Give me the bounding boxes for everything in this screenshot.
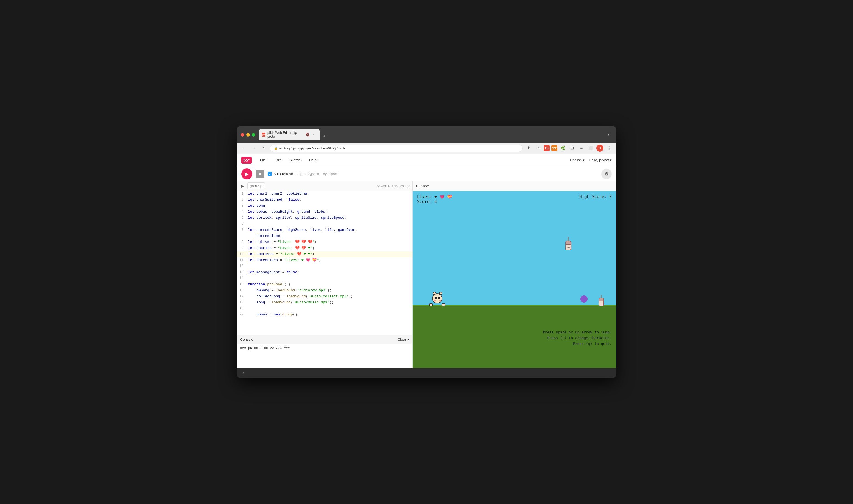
code-line: 8 let noLives = "Lives: 💔 💔 💔"; <box>237 239 413 246</box>
sketch-edit-icon[interactable]: ✏ <box>317 172 320 176</box>
ext-tp-button[interactable]: Tp <box>544 145 550 151</box>
code-line: 6 <box>237 221 413 227</box>
settings-button[interactable]: ⚙ <box>601 169 612 179</box>
saved-status: Saved: 43 minutes ago <box>377 184 410 188</box>
bookmark-icon[interactable]: ☆ <box>534 144 542 152</box>
menu-help-label: Help <box>309 158 316 162</box>
code-line: 18 song = loadSound('audio/music.mp3'); <box>237 300 413 306</box>
menu-help[interactable]: Help ▾ <box>306 157 322 163</box>
tab-title: p5.js Web Editor | fp proto <box>267 131 302 139</box>
tab-close-button[interactable]: × <box>312 132 316 137</box>
menu-help-chevron: ▾ <box>317 159 319 162</box>
share-icon[interactable]: ⬆ <box>525 144 532 152</box>
menu-sketch[interactable]: Sketch ▾ <box>287 157 305 163</box>
back-button[interactable]: ← <box>240 144 248 152</box>
file-tab-bar: ▶ game.js Saved: 43 minutes ago <box>237 181 413 191</box>
lock-icon: 🔒 <box>274 146 278 150</box>
instruction-3: Press (q) to quit. <box>543 341 612 347</box>
browser-titlebar: p5 p5.js Web Editor | fp proto 🔇 × + ▼ <box>237 126 616 143</box>
game-instructions: Press space or up arrow to jump. Press (… <box>543 329 612 346</box>
bottom-bar: > <box>237 368 616 378</box>
app-header: p5* File ▾ Edit ▾ Sketch ▾ Help ▾ <box>237 154 616 167</box>
clear-label: Clear <box>398 338 406 342</box>
char-arms <box>429 303 446 307</box>
score-display: Score: 4 <box>417 199 452 204</box>
code-line: 16 owSong = loadSound('audio/ow.mp3'); <box>237 288 413 294</box>
greeting-text: Hello, jclync! <box>589 158 609 162</box>
console-header: Console Clear ▾ <box>237 335 413 344</box>
arm-right <box>442 303 446 306</box>
console-chevron: ▾ <box>407 338 409 342</box>
ext-grid-icon[interactable]: ⊞ <box>568 144 576 152</box>
p5-logo: p5* <box>241 157 252 163</box>
code-line: 2 let charSwitched = false; <box>237 197 413 203</box>
language-selector[interactable]: English ▾ <box>570 158 584 162</box>
instruction-1: Press space or up arrow to jump. <box>543 329 612 335</box>
forward-button[interactable]: → <box>250 144 258 152</box>
menu-sketch-label: Sketch <box>289 158 301 162</box>
lives-text: Lives: ❤️ 💗 💝 <box>417 194 452 199</box>
menu-edit-chevron: ▾ <box>282 159 283 162</box>
sketch-name-text: fp prototype <box>296 172 315 176</box>
file-tree-toggle[interactable]: ▶ <box>239 183 246 190</box>
browser-more-button[interactable]: ⋮ <box>605 144 613 152</box>
user-avatar-button[interactable]: J <box>596 145 603 152</box>
autorefresh-toggle[interactable]: ✓ Auto-refresh <box>268 172 293 176</box>
console-title: Console <box>240 338 253 342</box>
floating-boba: ●●● <box>565 237 571 250</box>
lives-label: Lives: <box>417 194 434 199</box>
bottom-collapse-button[interactable]: > <box>242 371 244 375</box>
preview-title: Preview <box>416 184 429 188</box>
greeting-chevron: ▾ <box>610 158 612 162</box>
autorefresh-checkbox[interactable]: ✓ <box>268 172 272 176</box>
browser-toolbar: ← → ↻ 🔒 editor.p5js.org/jclync/sketches/… <box>237 143 616 154</box>
score-value: 4 <box>434 199 437 204</box>
ext-green-icon[interactable]: 🌿 <box>559 144 567 152</box>
user-greeting[interactable]: Hello, jclync! ▾ <box>589 158 612 162</box>
char-face <box>432 293 442 303</box>
high-score-value: 0 <box>609 194 612 199</box>
minimize-button[interactable] <box>246 133 250 137</box>
code-line: 13 let messageSent = false; <box>237 270 413 276</box>
game-character <box>431 293 443 306</box>
char-eye-right <box>438 296 440 299</box>
menu-edit[interactable]: Edit ▾ <box>272 157 286 163</box>
console-clear-button[interactable]: Clear ▾ <box>398 338 409 342</box>
menu-file[interactable]: File ▾ <box>257 157 271 163</box>
code-line: 5 let spriteX, spriteY, spriteSize, spri… <box>237 215 413 221</box>
tabs-row: p5 p5.js Web Editor | fp proto 🔇 × + <box>259 129 602 140</box>
sketch-name-display: fp prototype ✏ <box>296 172 320 176</box>
sketch-author: by jclync <box>323 172 337 176</box>
ext-abp-button[interactable]: ABP <box>551 145 557 151</box>
code-line-highlighted: 10 let twoLives = "Lives: 💔 ❤️ ❤️"; <box>237 251 413 257</box>
heart-3: 💝 <box>447 194 452 199</box>
close-button[interactable] <box>241 133 244 137</box>
arm-left <box>429 303 433 306</box>
purple-blob <box>580 295 587 303</box>
titlebar-top: p5 p5.js Web Editor | fp proto 🔇 × + ▼ <box>241 129 612 140</box>
ext-window-icon[interactable]: ⬜ <box>587 144 595 152</box>
play-button[interactable]: ▶ <box>241 168 252 179</box>
address-bar[interactable]: 🔒 editor.p5js.org/jclync/sketches/6UXjtN… <box>270 145 523 152</box>
code-line: 1 let char1, char2, cookieChar; <box>237 191 413 197</box>
code-editor[interactable]: 1 let char1, char2, cookieChar; 2 let ch… <box>237 191 413 335</box>
instruction-2: Press (c) to change character. <box>543 335 612 341</box>
url-text: editor.p5js.org/jclync/sketches/6UXjtNsx… <box>279 146 345 150</box>
code-line: 7 let currentScore, highScore, lives, li… <box>237 227 413 233</box>
code-line: 12 <box>237 264 413 270</box>
console-output: ### p5.collide v0.7.3 ### <box>237 344 413 368</box>
browser-menu-button[interactable]: ▼ <box>604 131 612 139</box>
app-container: p5* File ▾ Edit ▾ Sketch ▾ Help ▾ <box>237 154 616 368</box>
stop-button[interactable]: ■ <box>256 169 265 178</box>
code-line: 4 let bobas, bobaHeight, ground, blobs; <box>237 209 413 215</box>
boba-lid-2 <box>599 298 604 301</box>
new-tab-button[interactable]: + <box>320 132 328 140</box>
boba-lid <box>565 241 571 245</box>
char-blush-right <box>439 300 441 301</box>
active-tab[interactable]: p5 p5.js Web Editor | fp proto 🔇 × <box>259 129 320 140</box>
file-tab[interactable]: game.js <box>247 182 265 190</box>
maximize-button[interactable] <box>252 133 255 137</box>
sketch-author-text: by jclync <box>323 172 337 176</box>
ext-menu-icon[interactable]: ≡ <box>578 144 585 152</box>
reload-button[interactable]: ↻ <box>260 144 268 152</box>
